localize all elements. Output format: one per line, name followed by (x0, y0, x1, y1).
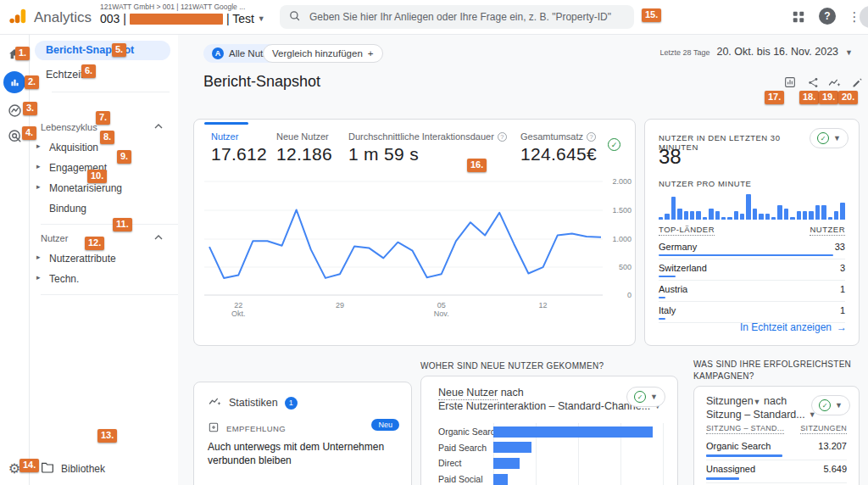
hbar-row: Organic Search (438, 426, 667, 438)
nav-divider (41, 294, 178, 295)
search-bar[interactable] (280, 5, 634, 29)
col-dimension: SITZUNG – STAND... (706, 424, 784, 434)
annotation-20: 20. (838, 91, 858, 104)
new-badge: Neu (371, 419, 399, 431)
annotation-7: 7. (96, 111, 110, 125)
expand-arrow-icon[interactable]: ▸ (36, 273, 41, 282)
annotation-12: 12. (85, 237, 104, 250)
minute-bar (815, 205, 820, 220)
minute-bar (746, 194, 750, 220)
minute-bar (803, 211, 807, 220)
metric-selector[interactable]: Neue Nutzer (438, 387, 498, 400)
minute-bar (734, 211, 738, 220)
svg-text:0: 0 (627, 291, 632, 299)
nav-item-realtime[interactable]: Echtzeit (35, 65, 170, 85)
minute-bar (696, 211, 700, 220)
expand-arrow-icon[interactable]: ▸ (36, 182, 41, 191)
new-users-quality-dropdown[interactable]: ✓ ▼ (626, 387, 665, 407)
nav-divider (52, 92, 170, 92)
page-title: Bericht-Snapshot (203, 73, 320, 91)
annotation-10: 10. (87, 170, 107, 183)
minute-bar (740, 214, 744, 220)
advertising-icon[interactable] (6, 127, 23, 144)
insights-icon[interactable] (826, 75, 842, 90)
nav-item-library[interactable]: Bibliothek (41, 461, 105, 476)
reports-nav-drawer: Bericht-Snapshot Echtzeit Lebenszyklus▸A… (30, 34, 178, 485)
hbar-label: Paid Social (438, 474, 493, 484)
realtime-quality-dropdown[interactable]: ✓ ▼ (810, 128, 849, 148)
annotation-17: 17. (765, 91, 784, 104)
country-row: Germany33 (659, 238, 845, 259)
expand-arrow-icon[interactable]: ▸ (36, 253, 41, 261)
annotation-19: 19. (819, 91, 838, 104)
analytics-logo[interactable]: Analytics (8, 7, 92, 29)
new-users-card: Neue Nutzer nach Erste Nutzerinteraktion… (420, 376, 678, 485)
campaign-bar (706, 477, 739, 480)
hbar-label: Organic Search (438, 426, 493, 437)
nav-divider (41, 224, 178, 225)
insights-sparkline-icon (208, 394, 222, 411)
nav-item-label: Akquisition (49, 142, 98, 153)
insights-header[interactable]: Statistiken 1 (208, 394, 298, 411)
svg-text:29: 29 (336, 301, 344, 309)
explore-icon[interactable] (6, 102, 23, 119)
top-countries-table: Germany33Switzerland3Austria1Italy1 (659, 238, 845, 323)
help-icon[interactable]: ? (819, 8, 836, 25)
minute-bar (659, 217, 663, 220)
chevron-up-icon[interactable] (154, 235, 163, 240)
top-app-bar: Analytics 121WATT GmbH > 001 | 121WATT G… (0, 0, 868, 35)
date-range-picker[interactable]: Letzte 28 Tage 20. Okt. bis 16. Nov. 202… (660, 46, 853, 58)
minute-bar (784, 209, 788, 220)
nav-item-label: Techn. (49, 273, 79, 285)
dimension-selector[interactable]: Sitzung – Standard... ▼ (706, 409, 816, 421)
minute-bar (759, 214, 763, 220)
minute-bar (715, 211, 720, 220)
campaign-sessions: 5.649 (823, 464, 847, 474)
insights-card: Statistiken 1 EMPFEHLUNG Neu Auch unterw… (193, 382, 412, 485)
col-users: NUTZER (810, 225, 845, 236)
recommendation-message[interactable]: Auch unterwegs mit dem Unternehmen verbu… (208, 440, 399, 467)
share-icon[interactable] (805, 75, 821, 90)
hbar-label: Paid Search (438, 443, 493, 453)
minute-bar (834, 211, 838, 220)
users-per-minute-bar-chart (659, 191, 847, 220)
expand-arrow-icon[interactable]: ▸ (36, 142, 41, 150)
campaigns-section-title: WAS SIND IHRE ERFOLGREICHSTEN KAMPAGNEN? (693, 359, 851, 382)
nav-item-label: Monetarisierung (49, 182, 122, 194)
hbar (493, 442, 531, 453)
insights-count-badge: 1 (285, 397, 298, 410)
realtime-users-value: 38 (659, 145, 682, 169)
annotation-2: 2. (25, 75, 39, 89)
country-bar (659, 276, 676, 277)
nav-item-techn[interactable]: ▸Techn. (30, 269, 178, 289)
chevron-down-icon: ▼ (754, 398, 761, 406)
redaction-block (130, 14, 223, 25)
edit-pencil-icon[interactable] (849, 75, 865, 90)
expand-arrow-icon[interactable]: ▸ (36, 162, 41, 170)
nav-item-label: Bindung (49, 203, 86, 215)
search-input[interactable] (308, 10, 626, 24)
metric-selector[interactable]: Sitzungen (706, 395, 754, 407)
minute-bar (809, 211, 813, 220)
campaign-row: Unassigned5.649 (706, 460, 847, 483)
chevron-up-icon[interactable] (154, 124, 163, 129)
property-selector[interactable]: 121WATT GmbH > 001 | 121WATT Google ... … (100, 3, 265, 25)
customize-report-icon[interactable] (782, 75, 798, 90)
kpi-trend-card: Nutzer17.612Neue Nutzer12.186Durchschnit… (193, 119, 636, 346)
nav-item-bindung[interactable]: Bindung (30, 198, 178, 219)
annotation-15: 15. (642, 8, 661, 22)
campaigns-quality-dropdown[interactable]: ✓ ▼ (811, 395, 850, 415)
nav-item-report-snapshot[interactable]: Bericht-Snapshot (35, 41, 170, 60)
diagnostics-grid-icon[interactable] (790, 8, 807, 25)
nav-item-nutzerattribute[interactable]: ▸Nutzerattribute (30, 248, 178, 269)
annotation-4: 4. (22, 126, 36, 140)
view-realtime-link[interactable]: In Echtzeit anzeigen → (740, 321, 847, 333)
reports-icon[interactable] (3, 71, 25, 93)
svg-text:22: 22 (234, 301, 242, 309)
svg-text:12: 12 (539, 301, 548, 309)
ga4-report-snapshot-screen: Analytics 121WATT GmbH > 001 | 121WATT G… (0, 0, 868, 485)
folder-icon (41, 461, 54, 476)
campaign-bar (706, 454, 782, 457)
add-comparison-chip[interactable]: Vergleich hinzufügen + (263, 44, 383, 63)
chevron-down-icon: ▼ (835, 401, 843, 410)
